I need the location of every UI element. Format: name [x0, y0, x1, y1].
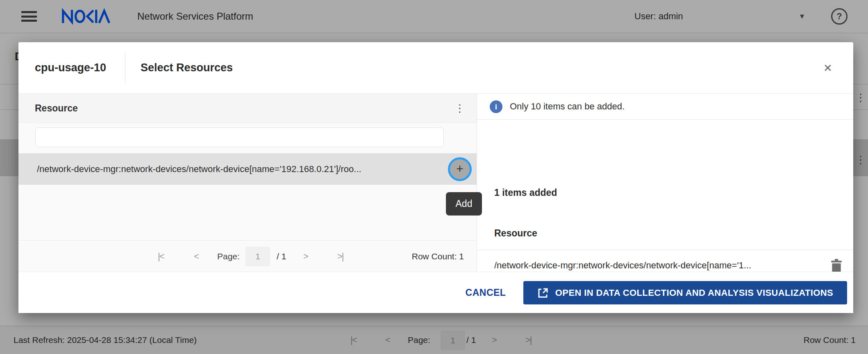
dialog-footer: CANCEL OPEN IN DATA COLLECTION AND ANALY…: [18, 272, 853, 313]
resource-column-header-row: Resource ⋮: [18, 94, 477, 123]
added-items-panel: i Only 10 items can be added. 1 items ad…: [477, 93, 853, 272]
header-divider: [125, 52, 125, 83]
resource-picker-panel: Resource ⋮ /network-device-mgr:network-d…: [18, 93, 477, 272]
dialog-header: cpu-usage-10 Select Resources ✕: [18, 42, 853, 93]
delete-icon[interactable]: [829, 259, 843, 273]
dialog-title: cpu-usage-10: [35, 42, 106, 93]
first-page-icon[interactable]: |<: [158, 241, 164, 272]
resource-filter-input[interactable]: [35, 127, 444, 147]
cancel-button[interactable]: CANCEL: [461, 281, 510, 304]
next-page-icon[interactable]: >: [303, 241, 308, 272]
resource-result-row[interactable]: /network-device-mgr:network-devices/netw…: [18, 153, 477, 185]
kebab-menu-icon[interactable]: ⋮: [451, 94, 468, 123]
last-page-icon[interactable]: >|: [337, 241, 343, 272]
resource-column-header: Resource: [35, 94, 78, 123]
open-in-visualizations-button[interactable]: OPEN IN DATA COLLECTION AND ANALYSIS VIS…: [523, 281, 847, 304]
info-banner: i Only 10 items can be added.: [477, 94, 853, 120]
open-in-visualizations-label: OPEN IN DATA COLLECTION AND ANALYSIS VIS…: [555, 288, 833, 298]
screen: Network Services Platform User: admin ▾ …: [0, 0, 868, 354]
page-number-input[interactable]: [245, 247, 270, 266]
add-resource-button[interactable]: +: [448, 157, 472, 181]
page-label: Page:: [217, 241, 240, 272]
page-total: / 1: [277, 241, 286, 272]
resource-path: /network-device-mgr:network-devices/netw…: [37, 153, 361, 185]
resource-pagination: |< < Page: / 1 > >| Row Count: 1: [18, 240, 477, 272]
select-resources-dialog: cpu-usage-10 Select Resources ✕ Resource…: [18, 42, 853, 313]
close-icon[interactable]: ✕: [818, 59, 837, 77]
dialog-subtitle: Select Resources: [141, 42, 233, 93]
resource-column-header: Resource: [494, 228, 537, 239]
add-tooltip: Add: [446, 192, 482, 216]
items-added-label: 1 items added: [494, 187, 557, 198]
info-icon: i: [490, 100, 502, 113]
info-message: Only 10 items can be added.: [510, 94, 625, 119]
prev-page-icon[interactable]: <: [194, 241, 198, 272]
row-count-label: Row Count: 1: [412, 241, 464, 272]
external-link-icon: [537, 287, 549, 299]
